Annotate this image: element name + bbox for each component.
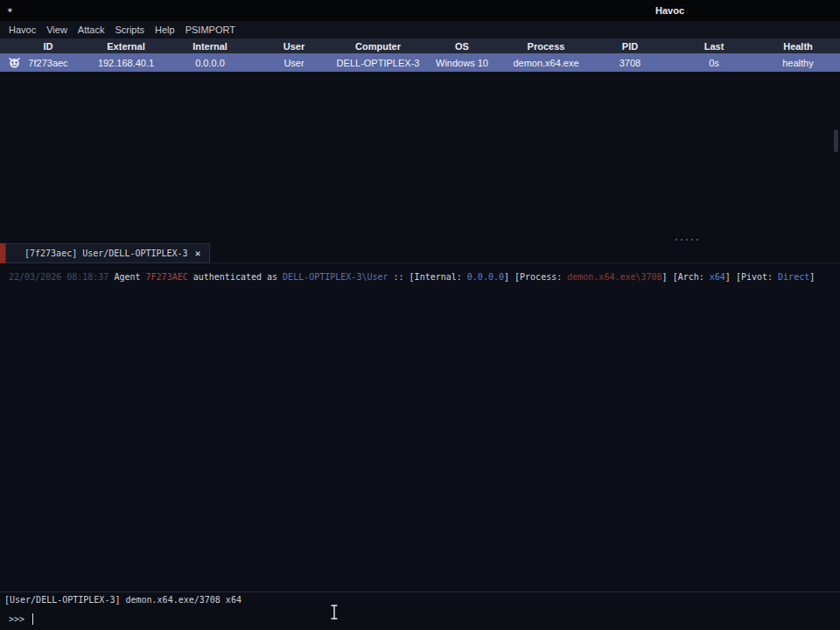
log-segment-fg: ] [Arch:: [662, 272, 710, 282]
window-title: Havoc: [655, 5, 684, 16]
input-caret: [32, 613, 33, 625]
cell-pid: 3708: [588, 58, 672, 68]
scrollbar-thumb[interactable]: [834, 130, 838, 152]
session-tab[interactable]: [7f273aec] User/DELL-OPTIPLEX-3 ✕: [5, 243, 210, 263]
status-line: [User/DELL-OPTIPLEX-3] demon.x64.exe/370…: [0, 592, 840, 607]
column-header-external[interactable]: External: [84, 41, 168, 52]
column-header-internal[interactable]: Internal: [168, 41, 252, 52]
column-header-pid[interactable]: PID: [588, 41, 672, 52]
log-segment-red: 7F273AEC: [146, 272, 188, 282]
column-header-process[interactable]: Process: [504, 41, 588, 52]
log-segment-fg: :: [Internal:: [388, 272, 467, 282]
log-segment-blue: Direct: [778, 272, 809, 282]
cell-process: demon.x64.exe: [504, 58, 588, 68]
session-table-header: ID External Internal User Computer OS Pr…: [0, 38, 840, 53]
log-line: 22/03/2026 08:18:37 Agent 7F273AEC authe…: [9, 271, 831, 284]
log-segment-fg: Agent: [108, 272, 145, 282]
menu-view[interactable]: View: [41, 23, 73, 37]
close-tab-icon[interactable]: ✕: [195, 248, 201, 259]
log-segment-reddim: demon.x64.exe\3708: [567, 272, 662, 282]
log-segment-fg: ] [Process:: [504, 272, 567, 282]
menubar: Havoc View Attack Scripts Help PSIMPORT: [0, 21, 840, 38]
session-tab-label: [7f273aec] User/DELL-OPTIPLEX-3: [24, 248, 188, 258]
log-segment-purple: DELL-OPTIPLEX-3\User: [283, 272, 388, 282]
column-header-user[interactable]: User: [252, 41, 336, 52]
column-header-last[interactable]: Last: [672, 41, 756, 52]
console-output[interactable]: 22/03/2026 08:18:37 Agent 7F273AEC authe…: [0, 264, 840, 592]
log-segment-blue: 0.0.0.0: [467, 272, 504, 282]
menu-havoc[interactable]: Havoc: [4, 23, 41, 37]
cell-external: 192.168.40.1: [84, 58, 168, 68]
log-segment-fg: ]: [809, 272, 815, 282]
menu-psimport[interactable]: PSIMPORT: [180, 23, 241, 37]
menu-attack[interactable]: Attack: [73, 23, 110, 37]
cell-user: User: [252, 58, 336, 68]
cell-last: 0s: [672, 58, 756, 68]
cell-health: healthy: [756, 58, 840, 68]
cell-computer: DELL-OPTIPLEX-3: [336, 58, 420, 68]
column-header-computer[interactable]: Computer: [336, 41, 420, 52]
command-input[interactable]: >>>: [0, 607, 840, 630]
app-icon: ✶: [7, 4, 13, 16]
column-header-os[interactable]: OS: [420, 41, 504, 52]
agent-demon-icon: [8, 57, 21, 68]
menu-help[interactable]: Help: [150, 23, 180, 37]
titlebar: ✶ Havoc: [0, 0, 840, 21]
menu-scripts[interactable]: Scripts: [109, 23, 150, 37]
log-segment-blue: x64: [710, 272, 725, 282]
tabstrip: [7f273aec] User/DELL-OPTIPLEX-3 ✕: [0, 243, 840, 263]
session-row[interactable]: 7f273aec 192.168.40.1 0.0.0.0 User DELL-…: [0, 53, 840, 72]
log-segment-fg: authenticated as: [188, 272, 283, 282]
splitter-handle[interactable]: [674, 238, 700, 242]
prompt-label: >>>: [9, 614, 24, 624]
column-header-id[interactable]: ID: [0, 41, 84, 52]
cell-os: Windows 10: [420, 58, 504, 68]
log-segment-time: 22/03/2026 08:18:37: [9, 272, 108, 282]
cell-internal: 0.0.0.0: [168, 58, 252, 68]
column-header-health[interactable]: Health: [756, 41, 840, 52]
havoc-window: ✶ Havoc Havoc View Attack Scripts Help P…: [0, 0, 840, 630]
log-segment-fg: ] [Pivot:: [725, 272, 778, 282]
